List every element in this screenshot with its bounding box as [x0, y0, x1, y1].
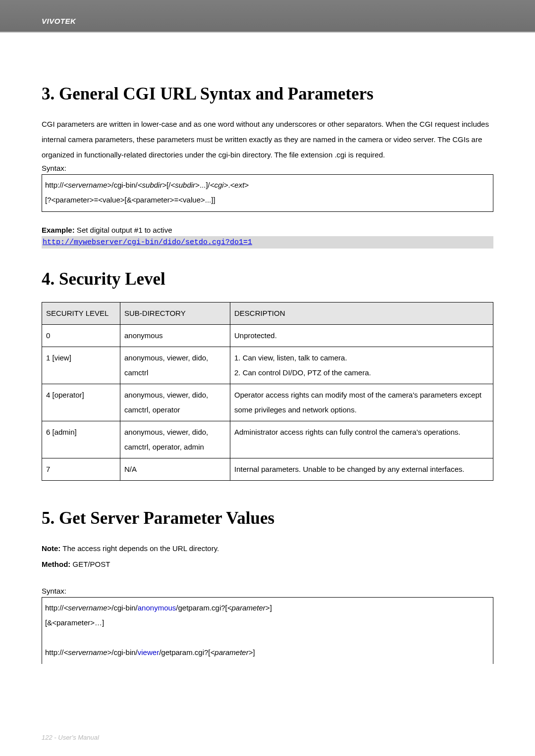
cell: anonymous, viewer, dido, camctrl	[120, 347, 230, 384]
method-text: GET/POST	[70, 560, 110, 568]
syntax-label: Syntax:	[42, 164, 493, 172]
section-3-paragraph: CGI parameters are written in lower-case…	[42, 117, 493, 163]
t: /cgi-bin/	[111, 181, 138, 189]
t: /getparam.cgi?[	[176, 604, 227, 612]
cell: Internal parameters. Unable to be change…	[230, 458, 493, 480]
brand-logo: VIVOTEK	[42, 17, 76, 25]
t: viewer	[138, 648, 159, 656]
section-5-heading: 5. Get Server Parameter Values	[42, 508, 493, 528]
cell: 7	[42, 458, 120, 480]
t: http://	[45, 181, 64, 189]
t: <cgi>	[210, 181, 228, 189]
security-level-table: SECURITY LEVEL SUB-DIRECTORY DESCRIPTION…	[42, 302, 493, 481]
syntax-box: http://<servername>/cgi-bin/<subdir>[/<s…	[42, 174, 493, 212]
t: ...]/	[200, 181, 210, 189]
cell: anonymous, viewer, dido, camctrl, operat…	[120, 384, 230, 421]
page-content: 3. General CGI URL Syntax and Parameters…	[0, 33, 535, 664]
th-description: DESCRIPTION	[230, 302, 493, 324]
note-text: The access right depends on the URL dire…	[60, 544, 219, 553]
cell: 1 [view]	[42, 347, 120, 384]
th-security-level: SECURITY LEVEL	[42, 302, 120, 324]
t: ]	[270, 604, 272, 612]
example-text: Set digital output #1 to active	[75, 226, 172, 234]
t: <servername>	[64, 648, 112, 656]
th-sub-directory: SUB-DIRECTORY	[120, 302, 230, 324]
t: <subdir>	[138, 181, 166, 189]
table-row: 4 [operator] anonymous, viewer, dido, ca…	[42, 384, 493, 421]
header-bar: VIVOTEK	[0, 0, 535, 33]
table-row: 1 [view] anonymous, viewer, dido, camctr…	[42, 347, 493, 384]
t: http://	[45, 648, 64, 656]
cell: anonymous	[120, 324, 230, 347]
t: <servername>	[64, 604, 112, 612]
table-row: 0 anonymous Unprotected.	[42, 324, 493, 347]
t: <ext>	[230, 181, 249, 189]
cell: anonymous, viewer, dido, camctrl, operat…	[120, 421, 230, 458]
cell: Administrator access rights can fully co…	[230, 421, 493, 458]
example-link[interactable]: http://mywebserver/cgi-bin/dido/setdo.cg…	[43, 238, 252, 247]
t: ]	[253, 648, 255, 656]
syntax2-line-2: [&<parameter>…]	[45, 615, 490, 630]
cell: Unprotected.	[230, 324, 493, 347]
syntax2-line-3: http://<servername>/cgi-bin/viewer/getpa…	[45, 645, 490, 660]
example-line: Example: Set digital output #1 to active	[42, 226, 493, 234]
t: [/	[166, 181, 170, 189]
t: <parameter>	[211, 648, 253, 656]
section-3-heading: 3. General CGI URL Syntax and Parameters	[42, 84, 493, 104]
t: /getparam.cgi?[	[159, 648, 210, 656]
page-footer: 122 - User's Manual	[42, 734, 99, 741]
syntax2-spacer	[45, 630, 490, 645]
section-4-heading: 4. Security Level	[42, 269, 493, 289]
syntax-line-2: [?<parameter>=<value>[&<parameter>=<valu…	[45, 193, 490, 207]
cell: 6 [admin]	[42, 421, 120, 458]
table-header-row: SECURITY LEVEL SUB-DIRECTORY DESCRIPTION	[42, 302, 493, 324]
cell: Operator access rights can modify most o…	[230, 384, 493, 421]
t: <servername>	[64, 181, 112, 189]
table-row: 7 N/A Internal parameters. Unable to be …	[42, 458, 493, 480]
t: /cgi-bin/	[111, 604, 138, 612]
cell: N/A	[120, 458, 230, 480]
header-divider	[0, 32, 535, 33]
t: <subdir>	[171, 181, 200, 189]
table-row: 6 [admin] anonymous, viewer, dido, camct…	[42, 421, 493, 458]
syntax2-line-1: http://<servername>/cgi-bin/anonymous/ge…	[45, 601, 490, 615]
t: http://	[45, 604, 64, 612]
method-line: Method: GET/POST	[42, 557, 493, 572]
t: anonymous	[138, 604, 176, 612]
example-link-row: http://mywebserver/cgi-bin/dido/setdo.cg…	[42, 236, 493, 249]
syntax-label-2: Syntax:	[42, 587, 493, 595]
example-label: Example:	[42, 226, 75, 234]
cell: 0	[42, 324, 120, 347]
note-label: Note:	[42, 544, 60, 553]
syntax-line-1: http://<servername>/cgi-bin/<subdir>[/<s…	[45, 178, 490, 193]
note-line: Note: The access right depends on the UR…	[42, 541, 493, 556]
cell: 1. Can view, listen, talk to camera. 2. …	[230, 347, 493, 384]
t: <parameter>	[227, 604, 270, 612]
method-label: Method:	[42, 560, 70, 568]
t: /cgi-bin/	[111, 648, 138, 656]
syntax-box-2: http://<servername>/cgi-bin/anonymous/ge…	[42, 597, 493, 664]
cell: 4 [operator]	[42, 384, 120, 421]
